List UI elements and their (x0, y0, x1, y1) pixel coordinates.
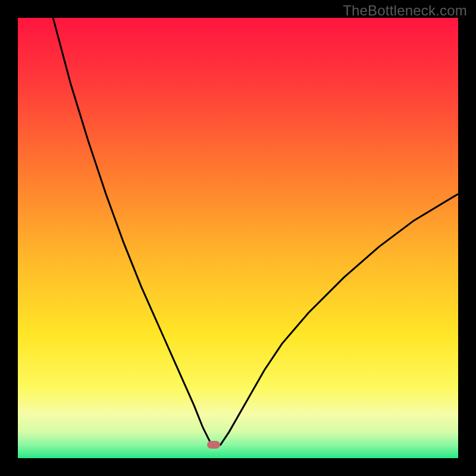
plot-area (18, 18, 458, 458)
watermark-text: TheBottleneck.com (343, 2, 467, 19)
optimal-point-marker (207, 441, 220, 449)
chart-frame: TheBottleneck.com (0, 0, 476, 476)
bottleneck-curve (18, 18, 458, 458)
